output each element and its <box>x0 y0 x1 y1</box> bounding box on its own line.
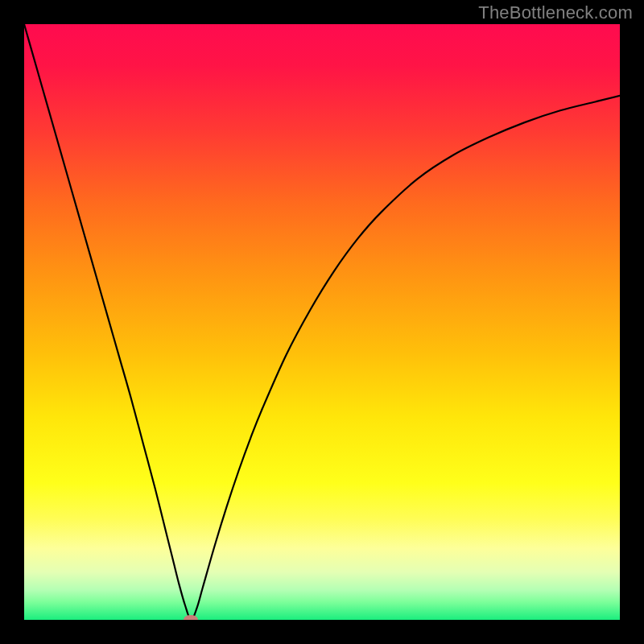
plot-area <box>24 24 620 620</box>
bottleneck-curve <box>24 24 620 620</box>
chart-frame: TheBottleneck.com <box>0 0 644 644</box>
minimum-marker <box>184 615 198 620</box>
watermark: TheBottleneck.com <box>478 2 633 23</box>
